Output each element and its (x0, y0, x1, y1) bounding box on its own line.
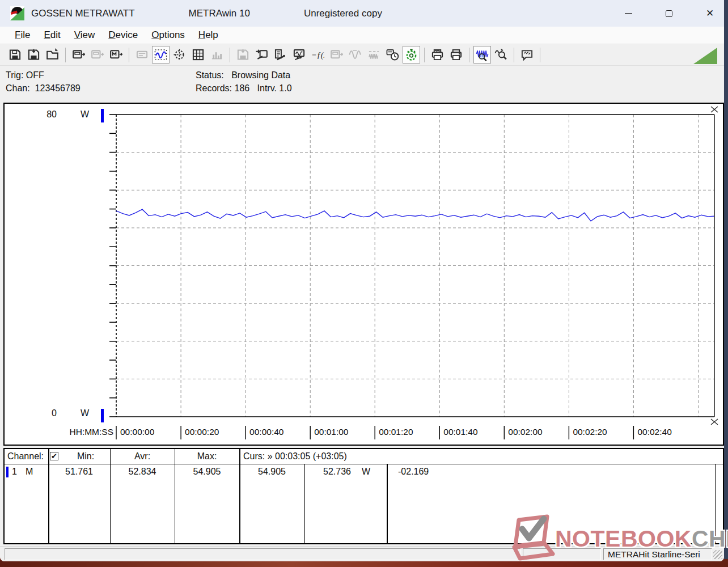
scope-view-button[interactable] (171, 46, 188, 64)
channel-color-marker (6, 467, 9, 477)
close-button[interactable]: ✕ (702, 6, 717, 21)
table-view-button[interactable] (189, 46, 207, 64)
zoom-reset-button[interactable] (492, 46, 510, 64)
save-file-button[interactable] (6, 46, 24, 64)
toolbar-separator (469, 48, 469, 62)
row-channel-num: 1 (12, 467, 17, 477)
stopwatch-button[interactable] (403, 46, 420, 64)
time-sync-button[interactable] (384, 46, 401, 64)
table-header-divider (5, 464, 723, 464)
print-button[interactable] (447, 46, 465, 64)
table-col-divider (239, 449, 240, 543)
chart-panel[interactable]: 80 W 0 W HH:MM:SS 00:00:0000:00:2000:00:… (3, 103, 724, 446)
y-axis-unit-bottom: W (81, 408, 89, 418)
save-as-button[interactable] (25, 46, 43, 64)
device-settings-button[interactable] (328, 46, 345, 64)
statusbar-segment (523, 548, 601, 560)
x-tick-label: 00:02:00 (508, 427, 542, 437)
stats-table: Channel: ✔ Min: Avr: Max: Curs: » 00:03:… (3, 448, 724, 544)
table-col-divider (110, 449, 111, 543)
header-max: Max: (175, 451, 239, 462)
maximize-icon (666, 10, 672, 17)
check-icon: ✔ (51, 452, 57, 460)
meter-icon (330, 48, 343, 61)
sine-icon (349, 48, 362, 61)
records-text: Records: 186 Intrv. 1.0 (196, 83, 292, 94)
config-icon (274, 48, 287, 61)
menu-options[interactable]: Options (145, 28, 192, 43)
bubble-icon (520, 48, 534, 61)
channel-checkbox[interactable]: ✔ (50, 452, 58, 460)
meter-icon (91, 48, 104, 61)
stopwatch-icon (405, 48, 418, 61)
power-series-line (116, 209, 714, 221)
histogram-view-button[interactable] (208, 46, 226, 64)
x-tick-label: 00:01:20 (379, 427, 413, 437)
annotation-button[interactable] (518, 46, 536, 64)
toolbar-separator (65, 48, 66, 62)
x-tick-label: 00:00:20 (185, 427, 219, 437)
multi-display-button[interactable] (133, 46, 151, 64)
cursor-line[interactable] (711, 107, 718, 425)
zoom-curve-button[interactable] (473, 46, 491, 64)
wave-view-button[interactable] (365, 46, 383, 64)
device-name: METRAHit Starline-Seri (604, 549, 712, 560)
window-title-license: Unregistered copy (304, 8, 382, 19)
floppy2-icon (27, 48, 40, 61)
close-icon: ✕ (706, 9, 714, 18)
printpre-icon (431, 48, 444, 61)
read-device-button[interactable] (70, 46, 87, 64)
folder-icon (46, 48, 59, 61)
device-monitor-button[interactable] (290, 46, 308, 64)
x-axis-unit-label: HH:MM:SS (57, 427, 113, 437)
menu-file[interactable]: File (8, 28, 37, 43)
row-max: 54.905 (175, 467, 239, 477)
hist-icon (210, 48, 223, 61)
menu-view[interactable]: View (67, 28, 102, 43)
desktop-edge (724, 0, 728, 567)
fx-icon (311, 48, 324, 61)
header-avr: Avr: (110, 451, 175, 462)
maximize-button[interactable] (662, 6, 676, 21)
minimize-icon (625, 13, 632, 14)
x-tick-label: 00:00:00 (120, 427, 154, 437)
x-tick-label: 00:01:40 (443, 427, 477, 437)
header-cursor: Curs: » 00:03:05 (+03:05) (243, 451, 347, 462)
toolbar-separator (540, 48, 540, 62)
export-data-button[interactable] (234, 46, 252, 64)
table-col-divider (175, 449, 175, 543)
formula-button[interactable] (309, 46, 327, 64)
app-logo-icon (10, 6, 24, 20)
row-cursor-a: 54.905 (239, 467, 304, 477)
write-device-button[interactable] (88, 46, 106, 64)
statusbar-device-segment: METRAHit Starline-Seri (603, 548, 712, 560)
resize-grip[interactable] (713, 550, 722, 559)
memory-read-button[interactable] (107, 46, 125, 64)
row-channel-mode: M (26, 467, 33, 477)
header-channel: Channel: (7, 451, 44, 462)
wave-icon (367, 48, 380, 61)
menu-device[interactable]: Device (101, 28, 145, 43)
row-delta: -02.169 (398, 467, 429, 477)
send-to-device-button[interactable] (253, 46, 270, 64)
app-window: GOSSEN METRAWATT METRAwin 10 Unregistere… (0, 0, 724, 561)
x-tick-label: 00:00:40 (249, 427, 283, 437)
floppy2-icon (236, 48, 249, 61)
chart-view-button[interactable] (152, 46, 170, 64)
menu-edit[interactable]: Edit (37, 28, 67, 43)
minimize-button[interactable] (621, 6, 636, 21)
print-preview-button[interactable] (429, 46, 446, 64)
menu-help[interactable]: Help (192, 28, 225, 43)
x-tick-label: 00:02:40 (637, 427, 671, 437)
sine-adjust-button[interactable] (346, 46, 364, 64)
zoomout-icon (494, 48, 507, 61)
monitor-icon (293, 48, 306, 61)
status-text: Status: Browsing Data (196, 70, 290, 81)
chart-canvas[interactable] (5, 104, 723, 445)
device-config-button[interactable] (272, 46, 289, 64)
row-avr: 52.834 (110, 467, 175, 477)
channel-status: Chan: 123456789 (6, 83, 81, 94)
window-title-app: METRAwin 10 (189, 8, 250, 19)
toolbar (0, 44, 724, 66)
open-file-button[interactable] (44, 46, 61, 64)
